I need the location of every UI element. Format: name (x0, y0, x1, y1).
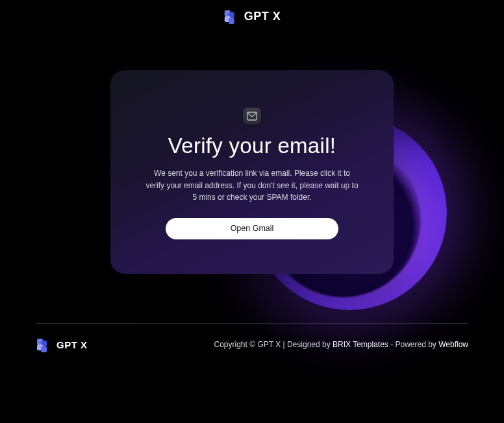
footer: GPT X Copyright © GPT X | Designed by BR… (36, 337, 468, 352)
footer-brand[interactable]: GPT X (36, 337, 88, 352)
mail-icon (247, 112, 257, 121)
footer-copyright: Copyright © GPT X | Designed by BRIX Tem… (214, 340, 468, 349)
powered-text: - Powered by (388, 340, 438, 349)
brand-name: GPT X (244, 10, 281, 23)
logo-icon (223, 9, 238, 23)
mail-icon-badge (243, 108, 261, 125)
card-title: Verify your email! (168, 134, 336, 158)
verify-email-card: Verify your email! We sent you a verific… (110, 70, 394, 274)
footer-divider (36, 323, 468, 324)
open-gmail-button[interactable]: Open Gmail (166, 218, 338, 239)
designer-link[interactable]: BRIX Templates (333, 340, 388, 349)
header-brand[interactable]: GPT X (223, 9, 281, 23)
platform-link[interactable]: Webflow (438, 340, 468, 349)
brand-name: GPT X (57, 339, 88, 350)
card-description: We sent you a verification link via emai… (145, 167, 359, 204)
logo-icon (36, 337, 50, 352)
copyright-text: Copyright © GPT X | Designed by (214, 340, 333, 349)
